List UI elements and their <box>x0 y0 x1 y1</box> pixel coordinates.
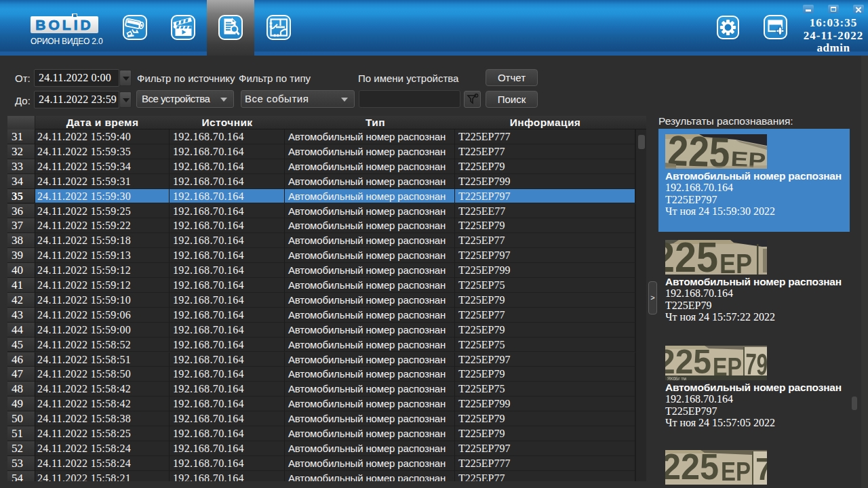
svg-text:79: 79 <box>745 347 767 380</box>
svg-text:ЕР: ЕР <box>721 457 751 485</box>
svg-text:225: 225 <box>665 450 719 485</box>
svg-text:ЕР: ЕР <box>719 248 752 274</box>
svg-text:225: 225 <box>665 240 718 274</box>
svg-text:225: 225 <box>665 346 711 380</box>
svg-text:225: 225 <box>667 134 730 169</box>
svg-text:7: 7 <box>755 451 767 485</box>
svg-text:ЯК6Бг тм: ЯК6Бг тм <box>667 376 687 381</box>
